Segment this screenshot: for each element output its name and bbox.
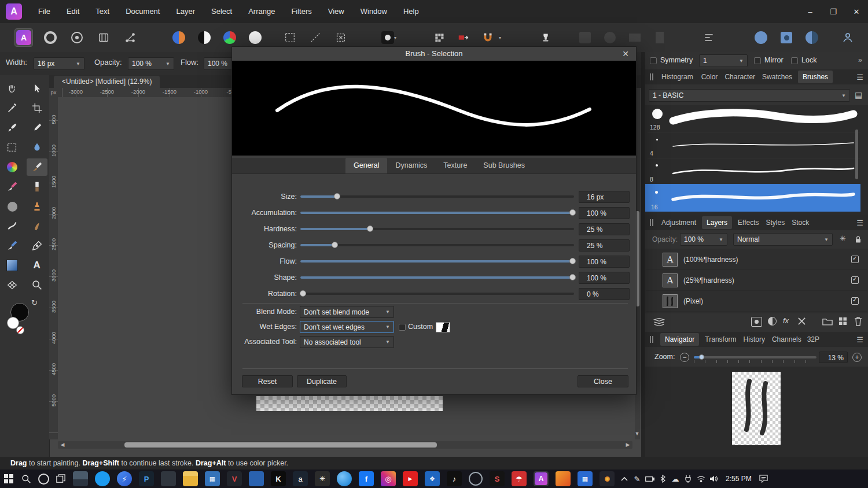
liquify-persona-button[interactable]	[42, 29, 59, 46]
opacity-combo[interactable]: 100 %▼	[128, 57, 174, 70]
scroll-right-icon[interactable]: ▶	[624, 441, 631, 449]
zoom-in-icon[interactable]: +	[852, 353, 862, 362]
slider-thumb[interactable]	[300, 290, 306, 297]
tab-general[interactable]: General	[345, 158, 387, 173]
rotation-value-field[interactable]: 0 %	[579, 288, 630, 300]
paint-brush-tool[interactable]	[27, 158, 47, 176]
menu-filters[interactable]: Filters	[283, 0, 319, 23]
gradient-tool[interactable]	[2, 257, 23, 274]
taskbar-app-affinity-photo-active[interactable]: A	[534, 471, 549, 486]
blur-tool[interactable]	[2, 198, 23, 215]
brush-item-selected[interactable]: 16	[645, 184, 860, 212]
scroll-down-icon[interactable]: ▼	[634, 430, 641, 438]
tray-cloud-icon[interactable]: ☁	[669, 469, 682, 488]
symmetry-checkbox[interactable]	[650, 57, 657, 64]
start-button[interactable]	[0, 469, 17, 488]
close-dialog-button[interactable]: Close	[578, 375, 628, 387]
zoom-out-icon[interactable]: −	[680, 353, 689, 362]
minimize-button[interactable]: –	[799, 0, 822, 23]
blend-mode-combo[interactable]: Normal▼	[733, 233, 833, 246]
erase-brush-tool[interactable]	[2, 178, 23, 195]
shape-value-field[interactable]: 100 %	[579, 272, 630, 284]
flow-value-field[interactable]: 100 %	[579, 256, 630, 268]
slider-thumb[interactable]	[569, 209, 576, 216]
task-view-icon[interactable]	[52, 469, 69, 488]
taskbar-app-a[interactable]: a	[293, 471, 308, 486]
assistant-icon[interactable]	[537, 29, 554, 46]
no-colour-swatch[interactable]	[16, 326, 24, 334]
notification-center-icon[interactable]	[757, 469, 770, 488]
flow-slider[interactable]	[300, 260, 574, 263]
tray-pen-icon[interactable]: ✎	[631, 469, 643, 488]
horizontal-scrollbar[interactable]: ◀ ▶	[58, 441, 632, 449]
tab-history[interactable]: History	[744, 335, 765, 343]
snapping-magnet-icon[interactable]	[479, 29, 496, 46]
panel-overflow-chevron[interactable]: »	[858, 56, 862, 64]
taskbar-app-twitter[interactable]	[95, 471, 110, 486]
tab-adjustment[interactable]: Adjustment	[661, 219, 696, 227]
insert-behind-icon[interactable]	[778, 29, 795, 46]
brush-list-scrollbar[interactable]	[855, 130, 858, 179]
view-tool[interactable]	[2, 80, 23, 97]
tab-swatches[interactable]: Swatches	[762, 73, 792, 81]
mirror-checkbox[interactable]	[754, 57, 761, 64]
crop-tool[interactable]	[27, 99, 47, 117]
pen-tool[interactable]	[27, 237, 47, 254]
layer-opacity-combo[interactable]: 100 %▼	[680, 233, 727, 246]
mesh-warp-tool[interactable]	[2, 276, 23, 294]
menu-select[interactable]: Select	[203, 0, 240, 23]
document-tab[interactable]: <Untitled> [Modified] (12.9%)	[54, 76, 160, 88]
menu-file[interactable]: File	[30, 0, 58, 23]
layer-effects-icon[interactable]: fx	[783, 316, 789, 325]
tab-brushes[interactable]: Brushes	[798, 71, 833, 83]
mask-dropdown-caret[interactable]: ▾	[394, 35, 396, 40]
flood-fill-tool[interactable]	[27, 139, 47, 156]
paint-mixer-brush-tool[interactable]	[2, 237, 23, 254]
taskbar-app-youtube[interactable]: ▶	[403, 471, 418, 486]
transform-selection-icon[interactable]	[332, 29, 350, 46]
colour-picker-tool[interactable]	[2, 99, 23, 117]
taskbar-app-blue[interactable]	[249, 471, 264, 486]
scalpel-tool[interactable]	[27, 119, 47, 136]
develop-persona-button[interactable]	[68, 29, 86, 46]
custom-wet-edges-swatch[interactable]	[436, 322, 450, 332]
clone-stamp-tool[interactable]	[27, 198, 47, 215]
document-edge[interactable]	[256, 396, 443, 411]
tab-color[interactable]: Color	[701, 73, 718, 81]
tab-styles[interactable]: Styles	[766, 219, 785, 227]
blend-mode-dropdown[interactable]: Don't set blend mode▼	[300, 306, 394, 318]
taskbar-app-asterisk[interactable]: ✳	[315, 471, 330, 486]
taskbar-app-folder[interactable]	[183, 471, 198, 486]
slider-thumb[interactable]	[332, 242, 338, 248]
accumulation-slider[interactable]	[300, 212, 574, 214]
layer-row[interactable]: A (100%¶hardness)	[646, 249, 867, 270]
layer-visibility-checkbox[interactable]	[851, 256, 859, 263]
slider-thumb[interactable]	[569, 274, 576, 280]
taskbar-app-p[interactable]: P	[139, 471, 154, 486]
marquee-selection-icon[interactable]	[281, 29, 299, 46]
taskbar-app-v[interactable]: V	[227, 471, 242, 486]
lock-checkbox[interactable]	[791, 57, 798, 64]
panel-drag-handle[interactable]	[650, 336, 654, 343]
wet-edges-dropdown[interactable]: Don't set wet edges▼	[300, 321, 394, 333]
taskbar-app-dark[interactable]	[161, 471, 176, 486]
menu-help[interactable]: Help	[395, 0, 427, 23]
tab-sub-brushes[interactable]: Sub Brushes	[475, 158, 533, 173]
delete-layer-icon[interactable]	[854, 316, 862, 326]
taskbar-app-s[interactable]: S	[490, 471, 505, 486]
vertical-ruler[interactable]: 500 1000 1500 2000 2500 3000 3500 4000 4…	[49, 97, 58, 439]
panel-menu-icon[interactable]: ☰	[856, 219, 863, 227]
layer-visibility-checkbox[interactable]	[851, 297, 859, 305]
close-button[interactable]: ✕	[845, 0, 868, 23]
spacing-value-field[interactable]: 25 %	[579, 239, 630, 252]
taskbar-app-umbrella[interactable]: ☂	[512, 471, 527, 486]
accumulation-value-field[interactable]: 100 %	[579, 207, 630, 219]
dialog-close-icon[interactable]: ✕	[620, 48, 631, 60]
shape-slider[interactable]	[300, 276, 574, 279]
selection-line-icon[interactable]	[307, 29, 324, 46]
hardness-value-field[interactable]: 25 %	[579, 223, 630, 235]
move-by-pixel-icon[interactable]	[455, 29, 472, 46]
search-icon[interactable]	[17, 469, 35, 488]
dodge-brush-tool[interactable]	[2, 217, 23, 235]
text-tool[interactable]: A	[27, 257, 47, 274]
